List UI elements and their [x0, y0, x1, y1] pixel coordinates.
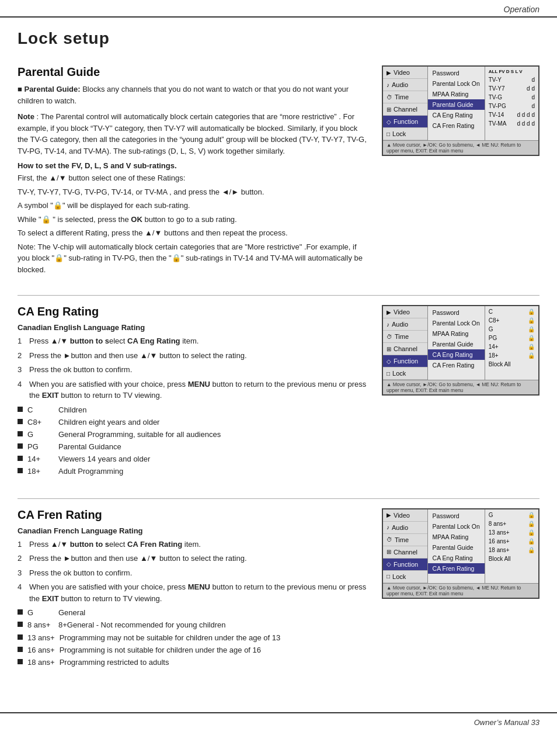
menu-item-channel-3: ⊞Channel	[383, 546, 427, 559]
caeng-step-2: 2Press the ►button and then use ▲/▼ butt…	[18, 350, 370, 362]
menu-c-parentallock-2: Parental Lock On	[428, 318, 485, 328]
para-ratings-note: Note: The V-chip will automatically bloc…	[18, 241, 370, 276]
menu-item-channel-2: ⊞Channel	[383, 343, 427, 355]
menu-center-col-3: Password Parental Lock On MPAA Rating Pa…	[428, 509, 485, 583]
menu-r-blockall-3: Block All	[488, 554, 536, 563]
menu-c-parentalguide-2: Parental Guide	[428, 339, 485, 349]
cafren-step-1: 1Press ▲/▼ button to select CA Fren Rati…	[18, 539, 370, 550]
menu-c-cafren-2: CA Fren Rating	[428, 360, 485, 370]
menu-c-cafren-1: CA Fren Rating	[428, 120, 485, 131]
menu-c-mpaa-3: MPAA Rating	[428, 532, 485, 542]
menu-box-3: ▶Video ♪Audio ⏱Time ⊞Channel ◇Function □…	[382, 508, 539, 599]
caeng-subheading: Canadian English Language Rating	[18, 323, 370, 332]
menu-r-g-3: G 🔒	[488, 511, 536, 519]
menu-c-parentalguide-1: Parental Guide	[428, 99, 485, 110]
menu-r-16ans: 16 ans+ 🔒	[488, 537, 536, 546]
menu-right-col-1: ALL FV D S L V TV-Y d TV-Y7 d d TV-G d T…	[485, 67, 538, 140]
menu-r-14: 14+ 🔒	[488, 342, 536, 351]
caeng-bullet-c: CChildren	[18, 405, 370, 415]
section-heading-cafren: CA Fren Rating	[18, 508, 370, 522]
menu-c-parentalguide-3: Parental Guide	[428, 542, 485, 553]
menu-item-lock-3: □Lock	[383, 571, 427, 583]
menu-box-2: ▶Video ♪Audio ⏱Time ⊞Channel ◇Function □…	[382, 305, 539, 396]
caeng-steps: 1Press ▲/▼ button to select CA Eng Ratin…	[18, 335, 370, 401]
cafren-bullet-g: GGeneral	[18, 608, 370, 618]
cafren-bullets: GGeneral 8 ans+8+General - Not recommend…	[18, 608, 370, 668]
menu-c-caeng-2: CA Eng Rating	[428, 349, 485, 360]
menu-item-video-3: ▶Video	[383, 509, 427, 522]
menu-c-password-3: Password	[428, 511, 485, 521]
header-title: Operation	[504, 5, 539, 14]
header-bar: Operation	[0, 0, 557, 18]
cafren-bullet-8: 8 ans+8+General - Not recommended for yo…	[18, 620, 370, 630]
section-heading-parental: Parental Guide	[18, 65, 370, 79]
cafren-step-3: 3Press the ok button to confirm.	[18, 567, 370, 579]
cafren-subheading: Canadian French Language Rating	[18, 526, 370, 535]
caeng-bullets: CChildren C8+Children eight years and ol…	[18, 405, 370, 477]
menu-c-password-1: Password	[428, 68, 485, 78]
menu-right-col-3: G 🔒 8 ans+ 🔒 13 ans+ 🔒 16 ans+ 🔒 18 ans+…	[485, 509, 538, 583]
menu-c-parentallock-3: Parental Lock On	[428, 521, 485, 532]
para-ratings-5: To select a different Rating, press the …	[18, 227, 370, 239]
note-label: Note	[18, 112, 34, 121]
menu-box-1: ▶Video ♪Audio ⏱Time ⊞Channel ◇Function □…	[382, 65, 539, 156]
menu-r-c8: C8+ 🔒	[488, 316, 536, 325]
section-parental-guide-text: Parental Guide ■ Parental Guide: Blocks …	[18, 65, 370, 278]
menu-c-cafren-3: CA Fren Rating	[428, 563, 485, 574]
menu-r-18ans: 18 ans+ 🔒	[488, 546, 536, 554]
footer-bar: Owner’s Manual 33	[0, 712, 557, 731]
menu-item-time-3: ⏱Time	[383, 534, 427, 546]
menu-c-caeng-1: CA Eng Rating	[428, 110, 485, 120]
para-ratings-3: A symbol "🔒" will be displayed for each …	[18, 200, 370, 211]
main-content: Lock setup Parental Guide ■ Parental Gui…	[0, 18, 557, 700]
menu-r-header-1: ALL FV D S L V	[488, 68, 536, 75]
menu-screenshot-cafren: ▶Video ♪Audio ⏱Time ⊞Channel ◇Function □…	[382, 508, 539, 671]
menu-item-audio-3: ♪Audio	[383, 522, 427, 534]
menu-c-caeng-3: CA Eng Rating	[428, 553, 485, 563]
menu-r-13ans: 13 ans+ 🔒	[488, 528, 536, 537]
menu-c-password-2: Password	[428, 307, 485, 318]
menu-item-video-2: ▶Video	[383, 306, 427, 318]
cafren-bullet-13: 13 ans+Programming may not be suitable f…	[18, 633, 370, 643]
menu-r-8ans: 8 ans+ 🔒	[488, 519, 536, 528]
section-ca-fren: CA Fren Rating Canadian French Language …	[18, 508, 539, 671]
menu-r-c: C 🔒	[488, 307, 536, 316]
menu-screenshot-caeng: ▶Video ♪Audio ⏱Time ⊞Channel ◇Function □…	[382, 305, 539, 481]
menu-left-col-3: ▶Video ♪Audio ⏱Time ⊞Channel ◇Function □…	[383, 509, 428, 583]
menu-center-col-2: Password Parental Lock On MPAA Rating Pa…	[428, 306, 485, 380]
cafren-step-4: 4When you are satisfied with your choice…	[18, 581, 370, 604]
menu-center-col-1: Password Parental Lock On MPAA Rating Pa…	[428, 67, 485, 140]
menu-left-col-1: ▶Video ♪Audio ⏱Time ⊞Channel ◇Function □…	[383, 67, 428, 140]
menu-r-pg: PG 🔒	[488, 334, 536, 342]
menu-item-function-1: ◇Function	[383, 116, 427, 128]
menu-item-time-2: ⏱Time	[383, 331, 427, 343]
menu-r-tvg-1: TV-G d	[488, 93, 536, 102]
menu-r-tvy-1: TV-Y d	[488, 75, 536, 84]
menu-item-function-3: ◇Function	[383, 559, 427, 571]
cafren-bullet-18: 18 ans+Programming restricted to adults	[18, 657, 370, 668]
parental-note: Note : The Parental control will automat…	[18, 111, 370, 157]
menu-footer-2: ▲ Move cursor, ►/OK: Go to submenu, ◄ ME…	[383, 380, 538, 394]
menu-r-tv14-1: TV-14 d d d d	[488, 110, 536, 119]
menu-r-tvy7-1: TV-Y7 d d	[488, 84, 536, 93]
menu-left-col-2: ▶Video ♪Audio ⏱Time ⊞Channel ◇Function □…	[383, 306, 428, 380]
menu-footer-1: ▲ Move cursor, ►/OK: Go to submenu, ◄ ME…	[383, 140, 538, 155]
menu-item-channel-1: ⊞Channel	[383, 103, 427, 116]
page-title: Lock setup	[18, 29, 539, 48]
section-ca-eng: CA Eng Rating Canadian English Language …	[18, 305, 539, 481]
menu-r-18: 18+ 🔒	[488, 351, 536, 360]
menu-item-audio-1: ♪Audio	[383, 79, 427, 91]
parental-intro: ■ Parental Guide: Blocks any channels th…	[18, 84, 370, 106]
menu-item-function-2: ◇Function	[383, 355, 427, 367]
menu-r-tvpg-1: TV-PG d	[488, 102, 536, 110]
section-ca-eng-text: CA Eng Rating Canadian English Language …	[18, 305, 370, 481]
menu-c-parentallock-1: Parental Lock On	[428, 78, 485, 89]
menu-item-lock-2: □Lock	[383, 367, 427, 380]
menu-item-audio-2: ♪Audio	[383, 318, 427, 331]
caeng-step-4: 4When you are satisfied with your choice…	[18, 379, 370, 401]
menu-r-tvma-1: TV-MA d d d d	[488, 119, 536, 128]
menu-screenshot-parental: ▶Video ♪Audio ⏱Time ⊞Channel ◇Function □…	[382, 65, 539, 278]
caeng-bullet-pg: PGParental Guidance	[18, 442, 370, 452]
menu-c-mpaa-1: MPAA Rating	[428, 89, 485, 99]
menu-r-blockall: Block All	[488, 360, 536, 369]
